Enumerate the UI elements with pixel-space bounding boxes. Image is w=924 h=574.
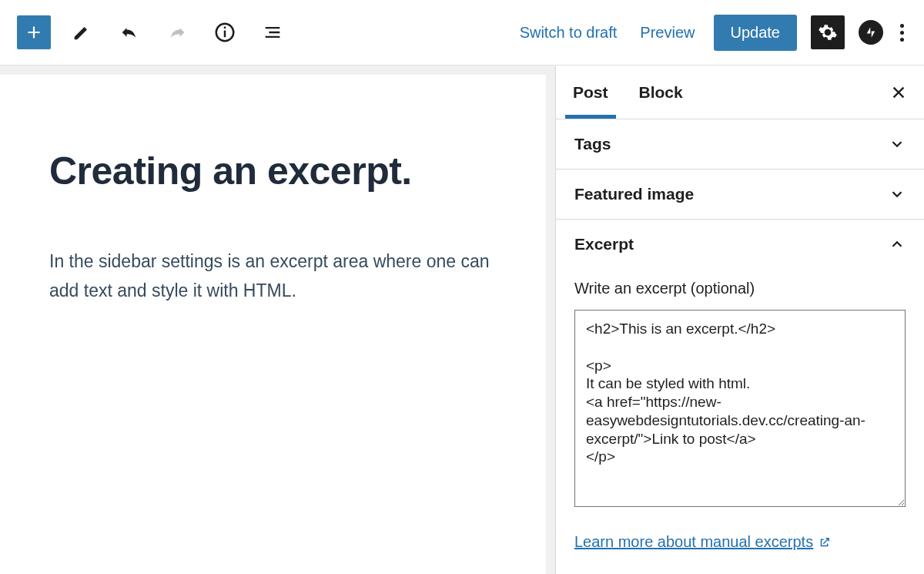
- post-title[interactable]: Creating an excerpt.: [49, 149, 497, 193]
- editor-canvas-wrap: Creating an excerpt. In the sidebar sett…: [0, 65, 556, 574]
- panel-tags-title: Tags: [574, 135, 611, 153]
- chevron-up-icon: [889, 236, 906, 253]
- tab-block[interactable]: Block: [639, 68, 683, 117]
- panel-excerpt-title: Excerpt: [574, 235, 634, 253]
- chevron-down-icon: [889, 186, 906, 203]
- panel-featured-image[interactable]: Featured image: [556, 170, 924, 220]
- svg-rect-2: [224, 27, 226, 29]
- chevron-down-icon: [889, 136, 906, 153]
- more-options-button[interactable]: [897, 19, 907, 46]
- panel-excerpt-header[interactable]: Excerpt: [556, 220, 924, 269]
- switch-to-draft-button[interactable]: Switch to draft: [515, 24, 622, 42]
- close-sidebar-button[interactable]: [890, 84, 907, 101]
- info-icon: [213, 21, 236, 44]
- editor-canvas[interactable]: Creating an excerpt. In the sidebar sett…: [0, 75, 546, 574]
- learn-more-link[interactable]: Learn more about manual excerpts: [574, 533, 832, 551]
- slash-icon: [864, 25, 878, 39]
- settings-sidebar: Post Block Tags Featured image Excerpt W…: [556, 65, 924, 574]
- sidebar-tabs: Post Block: [556, 65, 924, 119]
- preview-button[interactable]: Preview: [635, 24, 699, 42]
- dot-icon: [900, 38, 904, 42]
- dot-icon: [900, 31, 904, 35]
- close-icon: [890, 84, 907, 101]
- toolbar-left: [17, 15, 290, 49]
- excerpt-label: Write an excerpt (optional): [574, 280, 906, 297]
- excerpt-textarea[interactable]: [574, 310, 906, 507]
- panel-excerpt-body: Write an excerpt (optional) Learn more a…: [556, 269, 924, 566]
- panel-tags[interactable]: Tags: [556, 119, 924, 170]
- edit-mode-button[interactable]: [65, 15, 99, 49]
- list-outline-icon: [262, 22, 283, 43]
- redo-icon: [166, 22, 188, 43]
- undo-icon: [119, 22, 140, 43]
- learn-more-text: Learn more about manual excerpts: [574, 533, 813, 551]
- svg-rect-1: [224, 31, 226, 38]
- main-area: Creating an excerpt. In the sidebar sett…: [0, 65, 924, 574]
- redo-button[interactable]: [160, 15, 194, 49]
- pencil-icon: [71, 22, 92, 43]
- add-block-button[interactable]: [17, 15, 51, 49]
- post-body[interactable]: In the sidebar settings is an excerpt ar…: [49, 247, 497, 306]
- toolbar-right: Switch to draft Preview Update: [515, 15, 907, 51]
- update-button[interactable]: Update: [714, 15, 798, 51]
- tab-post[interactable]: Post: [573, 68, 608, 117]
- dot-icon: [900, 24, 904, 28]
- jetpack-button[interactable]: [859, 20, 883, 45]
- settings-button[interactable]: [811, 15, 845, 49]
- plus-icon: [24, 22, 44, 42]
- external-link-icon: [818, 535, 832, 549]
- panel-featured-image-title: Featured image: [574, 185, 694, 203]
- top-toolbar: Switch to draft Preview Update: [0, 0, 924, 65]
- undo-button[interactable]: [112, 15, 146, 49]
- gear-icon: [818, 22, 838, 42]
- outline-button[interactable]: [256, 15, 290, 49]
- details-button[interactable]: [208, 15, 242, 49]
